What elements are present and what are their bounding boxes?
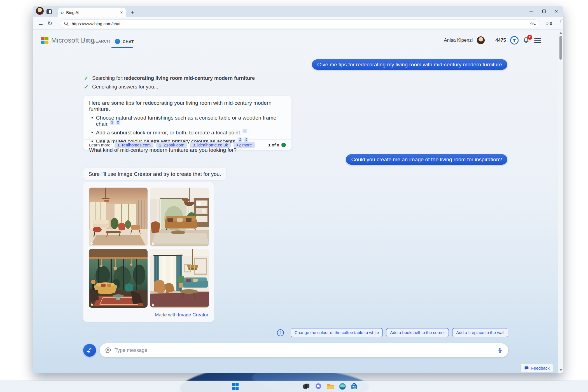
close-button[interactable]: × [550,6,563,17]
source-link[interactable]: 1. realhomes.com [115,142,153,148]
suggestion-chip[interactable]: Change the colour of the coffee table to… [291,328,383,337]
address-bar[interactable]: https://www.bing.com/chat ☆+ [60,19,539,28]
tab-chat[interactable]: CHAT [115,39,134,45]
citation-link[interactable]: 1 [242,129,247,133]
made-with-caption: Made with Image Creator [155,312,208,318]
generated-image-3[interactable]: b [89,249,148,308]
answer-card: Here are some tips for redecorating your… [83,96,292,150]
user-avatar[interactable] [477,36,485,44]
status-dot [281,143,286,147]
tab-chat-label: CHAT [123,39,134,44]
bullet-text: Choose natural wood furnishings such as … [96,115,276,127]
browser-profile-avatar[interactable] [36,7,44,15]
image-grid: b [89,188,208,308]
suggestion-chip[interactable]: Add a fireplace to the wall [452,328,508,337]
scroll-down-icon[interactable] [559,369,562,371]
generated-image-4[interactable]: b [150,249,209,308]
scrollbar-thumb[interactable] [559,36,562,60]
message-input-container[interactable] [100,343,508,357]
new-tab-button[interactable]: + [129,9,136,16]
start-button[interactable] [232,383,239,390]
status-searching-prefix: Searching for: [92,75,123,81]
user-message-1: Give me tips for redecorating my living … [312,59,507,70]
status-searching: ✓ Searching for: redecorating living roo… [84,75,255,81]
answer-bullet: Add a sunburst clock or mirror, or both,… [89,130,286,136]
scroll-up-icon[interactable] [559,32,562,34]
collections-icon[interactable]: + [562,21,563,25]
chat-tab-underline [111,47,133,48]
favorite-this-page-icon[interactable]: ☆+ [529,21,536,27]
generated-image-2[interactable]: b [150,188,209,246]
minimize-button[interactable] [525,6,537,17]
teams-chat-icon[interactable] [315,383,322,390]
favorites-icon[interactable]: ☆≡ [545,20,552,27]
citation-link[interactable]: 1 [110,120,115,125]
answer-bullet: Choose natural wood furnishings such as … [89,115,286,127]
feedback-label: Feedback [531,366,550,370]
browser-toolbar: ← ↻ https://www.bing.com/chat ☆+ ☆≡ + ••… [33,17,563,30]
search-icon [85,39,90,44]
status-generating: ✓ Generating answers for you... [84,84,158,90]
source-link[interactable]: 2. 21oak.com [156,142,187,148]
source-link[interactable]: 3. idealhome.co.uk [190,142,231,148]
new-topic-button[interactable] [83,344,96,357]
task-view-icon[interactable] [303,383,310,390]
file-explorer-icon[interactable] [327,383,334,390]
header-user-area: Anisa Kipenzi 4475 2 [444,36,541,45]
status-searching-query: redecorating living room mid-century mod… [123,75,255,81]
edge-browser-icon[interactable] [339,383,346,390]
status-generating-text: Generating answers for you... [92,84,158,90]
rewards-points[interactable]: 4475 [495,38,506,43]
help-icon[interactable]: ? [277,329,284,336]
browser-window: b Bing AI × + × ← ↻ https://www.bing.com… [33,6,563,373]
microphone-icon[interactable] [497,347,503,353]
citation-link[interactable]: 2 [116,120,120,125]
maximize-button[interactable] [538,6,550,17]
feedback-bubble-icon [524,366,529,370]
microsoft-logo-icon [41,37,48,44]
broom-icon [86,347,93,354]
search-icon [64,21,69,27]
rewards-medal-icon[interactable] [510,36,519,45]
chat-bubble-icon [105,347,111,354]
user-message-2: Could you create me an image of the livi… [346,154,507,165]
svg-text:b: b [152,303,154,307]
browser-tab[interactable]: b Bing AI × [58,8,126,17]
svg-text:b: b [152,242,154,246]
image-creator-link[interactable]: Image Creator [178,312,208,318]
bing-favicon: b [61,10,64,15]
feedback-button[interactable]: Feedback [521,364,553,372]
tab-close-icon[interactable]: × [120,10,123,15]
desktop: b Bing AI × + × ← ↻ https://www.bing.com… [0,0,588,392]
notifications-bell[interactable]: 2 [523,37,530,44]
hamburger-menu-icon[interactable] [534,36,541,44]
svg-text:b: b [91,242,93,246]
page-scrollbar[interactable] [558,30,563,373]
answer-footer: Learn more: 1. realhomes.com 2. 21oak.co… [83,139,291,150]
taskbar: Search b [0,381,588,392]
url-text: https://www.bing.com/chat [72,21,529,26]
microsoft-store-icon[interactable] [351,383,358,390]
notification-count-badge: 2 [527,35,532,40]
check-icon: ✓ [84,75,88,81]
check-icon: ✓ [84,84,88,90]
suggestion-chip[interactable]: Add a bookshelf to the corner [386,328,449,337]
answer-pagination: 1 of 8 [268,143,279,147]
tab-search-label: SEARCH [93,39,110,43]
bullet-text: Add a sunburst clock or mirror, or both,… [96,130,242,136]
chat-bubble-icon [115,39,120,45]
suggestions-row: ? Change the colour of the coffee table … [277,328,508,337]
image-reply-intro-card: Sure I'll use Image Creator and try to c… [83,167,227,180]
generated-image-1[interactable]: b [89,188,148,246]
refresh-icon[interactable]: ↻ [45,20,54,27]
tab-title: Bing AI [66,10,120,15]
more-sources-link[interactable]: +2 more [234,142,255,148]
made-with-prefix: Made with [155,312,176,318]
tab-search[interactable]: SEARCH [85,39,110,44]
user-name[interactable]: Anisa Kipenzi [444,38,473,43]
message-input[interactable] [115,347,497,353]
browser-titlebar: b Bing AI × + × [33,6,563,17]
tab-actions-icon[interactable] [46,9,52,14]
back-icon[interactable]: ← [36,20,45,27]
generated-images-card: b [83,182,214,322]
